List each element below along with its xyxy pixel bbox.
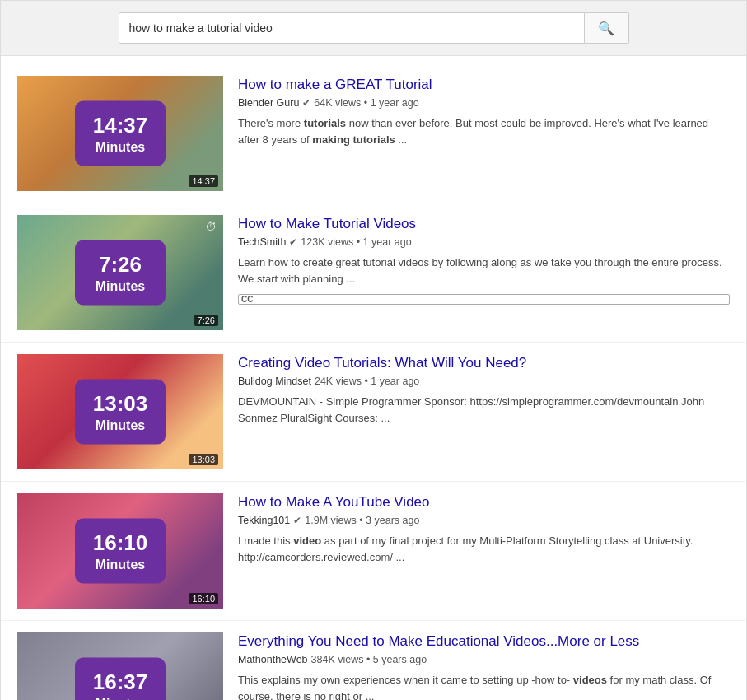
duration-overlay: 16:37 Minutes (75, 658, 166, 701)
duration-value: 16:10 (90, 530, 151, 556)
result-views: 123K views • 1 year ago (301, 236, 411, 248)
duration-value: 7:26 (90, 252, 151, 278)
duration-overlay: 13:03 Minutes (75, 380, 166, 445)
verified-icon: ✔ (302, 97, 310, 109)
result-views: 64K views • 1 year ago (314, 97, 418, 109)
channel-name: Bulldog Mindset (238, 376, 311, 387)
cc-badge: CC (238, 294, 730, 305)
result-item: 16:10 Minutes 16:10 How to Make A YouTub… (1, 482, 746, 621)
thumbnail-duration-badge: 7:26 (194, 315, 218, 326)
channel-name: Tekking101 (238, 515, 290, 526)
result-views: 384K views • 5 years ago (311, 654, 427, 665)
result-title[interactable]: How to make a GREAT Tutorial (238, 76, 730, 94)
duration-label: Minutes (90, 279, 151, 294)
result-info: Everything You Need to Make Educational … (238, 632, 730, 700)
result-meta: Blender Guru ✔ 64K views • 1 year ago (238, 97, 730, 109)
thumbnail-wrapper[interactable]: 14:37 Minutes 14:37 (17, 76, 223, 191)
result-item: 14:37 Minutes 14:37 How to make a GREAT … (1, 64, 746, 203)
thumbnail-duration-badge: 14:37 (189, 175, 218, 187)
duration-label: Minutes (90, 418, 151, 433)
channel-name: Blender Guru (238, 97, 299, 109)
search-button[interactable]: 🔍 (584, 13, 628, 43)
result-description: I made this video as part of my final pr… (238, 533, 730, 565)
duration-label: Minutes (90, 140, 151, 155)
channel-name: TechSmith (238, 236, 286, 248)
result-views: 24K views • 1 year ago (315, 376, 419, 387)
result-description: Learn how to create great tutorial video… (238, 254, 730, 287)
result-description: There's more tutorials now than ever bef… (238, 115, 730, 147)
duration-value: 16:37 (90, 670, 151, 695)
thumbnail-wrapper[interactable]: 13:03 Minutes 13:03 (17, 354, 223, 469)
duration-overlay: 16:10 Minutes (75, 519, 166, 584)
duration-value: 13:03 (90, 391, 151, 417)
duration-overlay: 14:37 Minutes (75, 101, 166, 166)
results-list: 14:37 Minutes 14:37 How to make a GREAT … (1, 56, 746, 700)
result-title[interactable]: How to Make A YouTube Video (238, 493, 730, 511)
duration-label: Minutes (90, 697, 151, 701)
search-bar-container: 🔍 (119, 12, 629, 44)
result-title[interactable]: How to Make Tutorial Videos (238, 215, 730, 233)
search-bar-area: 🔍 (1, 1, 746, 56)
thumbnail-duration-badge: 16:10 (189, 593, 218, 604)
result-title[interactable]: Everything You Need to Make Educational … (238, 632, 730, 651)
result-item: 7:26 Minutes ⏱ 7:26 How to Make Tutorial… (1, 203, 746, 343)
duration-overlay: 7:26 Minutes (75, 240, 166, 306)
thumbnail-wrapper[interactable]: 16:10 Minutes 16:10 (17, 493, 223, 609)
result-info: Creating Video Tutorials: What Will You … (238, 354, 730, 426)
verified-icon: ✔ (289, 236, 297, 248)
result-description: DEVMOUNTAIN - Simple Programmer Sponsor:… (238, 394, 730, 426)
result-meta: MathontheWeb 384K views • 5 years ago (238, 654, 730, 665)
duration-label: Minutes (90, 558, 151, 572)
search-input[interactable] (119, 21, 584, 35)
result-info: How to Make A YouTube Video Tekking101 ✔… (238, 493, 730, 565)
channel-name: MathontheWeb (238, 654, 308, 665)
clock-icon: ⏱ (205, 220, 217, 233)
result-info: How to make a GREAT Tutorial Blender Gur… (238, 76, 730, 147)
thumbnail-wrapper[interactable]: 16:37 Minutes 16:37 (17, 632, 223, 700)
result-meta: Tekking101 ✔ 1.9M views • 3 years ago (238, 515, 730, 526)
result-meta: Bulldog Mindset 24K views • 1 year ago (238, 376, 730, 387)
duration-value: 14:37 (90, 113, 151, 138)
result-description: This explains my own experiences when it… (238, 672, 730, 700)
result-item: 16:37 Minutes 16:37 Everything You Need … (1, 621, 746, 700)
result-title[interactable]: Creating Video Tutorials: What Will You … (238, 354, 730, 372)
result-info: How to Make Tutorial Videos TechSmith ✔ … (238, 215, 730, 305)
result-views: 1.9M views • 3 years ago (305, 515, 419, 526)
thumbnail-wrapper[interactable]: 7:26 Minutes ⏱ 7:26 (17, 215, 223, 330)
result-item: 13:03 Minutes 13:03 Creating Video Tutor… (1, 343, 746, 482)
thumbnail-duration-badge: 13:03 (189, 454, 218, 465)
search-icon: 🔍 (598, 21, 614, 36)
page-wrapper: 🔍 14:37 Minutes 14:37 How to make a GREA… (0, 0, 747, 700)
result-meta: TechSmith ✔ 123K views • 1 year ago (238, 236, 730, 248)
verified-icon: ✔ (293, 515, 301, 526)
